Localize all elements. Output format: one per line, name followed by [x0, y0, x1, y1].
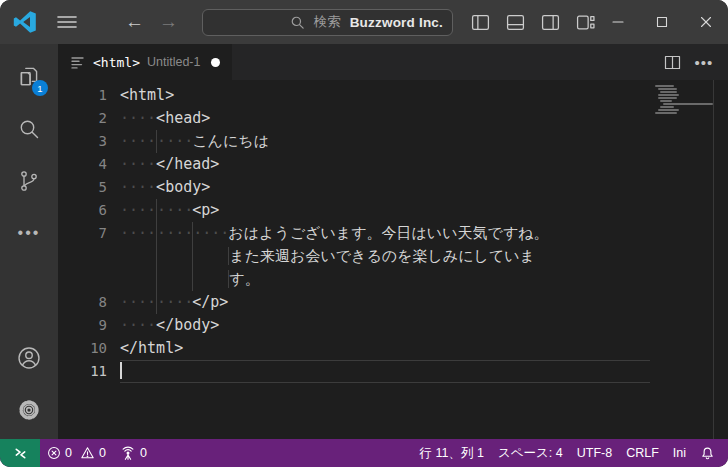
problems-indicator[interactable]: 0 0 [40, 439, 113, 467]
code-line[interactable]: す。 [58, 268, 728, 291]
code-line[interactable]: 2····<head> [58, 107, 728, 130]
whitespace-dots [192, 245, 228, 268]
settings-gear-icon[interactable] [5, 387, 53, 433]
status-bar: 0 0 0 行 11、列 1 スペース: 4 UTF-8 CRLF Ini [0, 439, 728, 467]
notifications-bell[interactable] [693, 439, 722, 467]
forward-arrow-icon[interactable]: → [158, 11, 180, 33]
unsaved-dot-icon[interactable] [211, 58, 220, 67]
more-views-icon[interactable]: ••• [5, 210, 53, 256]
line-number: 7 [58, 222, 120, 245]
editor-more-actions-icon[interactable]: ••• [692, 50, 716, 74]
error-count: 0 [65, 446, 72, 460]
whitespace-dots [192, 268, 228, 291]
source-control-icon[interactable] [5, 158, 53, 204]
line-number: 10 [58, 337, 120, 360]
eol-setting[interactable]: CRLF [619, 439, 666, 467]
whitespace-dots: ···· [120, 222, 156, 245]
whitespace-dots: ···· [156, 130, 192, 153]
search-icon [290, 15, 305, 30]
ports-indicator[interactable]: 0 [113, 439, 154, 467]
layout-controls [469, 11, 596, 33]
line-content: </html> [120, 337, 650, 360]
code-line[interactable]: また来週お会いできるのを楽しみにしていま [58, 245, 728, 268]
line-number: 1 [58, 84, 120, 107]
tab-description: Untitled-1 [147, 55, 201, 69]
command-center-search[interactable]: 検索 Buzzword Inc. [202, 9, 453, 36]
encoding-setting[interactable]: UTF-8 [570, 439, 619, 467]
line-number: 9 [58, 314, 120, 337]
code-text: <head> [156, 109, 210, 127]
code-line[interactable]: 3········こんにちは [58, 130, 728, 153]
toggle-secondary-sidebar-icon[interactable] [539, 11, 561, 33]
whitespace-dots: ···· [120, 291, 156, 314]
line-number: 6 [58, 199, 120, 222]
line-content: す。 [120, 268, 650, 291]
line-number [58, 268, 120, 291]
code-text: <html> [120, 86, 174, 104]
menu-hamburger-icon[interactable] [57, 15, 78, 29]
language-mode[interactable]: Ini [666, 439, 693, 467]
whitespace-dots: ···· [120, 107, 156, 130]
code-text: す。 [228, 270, 259, 288]
text-cursor [120, 362, 122, 379]
vscode-window: ← → 検索 Buzzword Inc. [0, 0, 728, 467]
nav-arrows: ← → [124, 11, 180, 33]
whitespace-dots: ···· [156, 291, 192, 314]
remote-indicator[interactable] [0, 439, 40, 467]
code-text: </body> [156, 316, 219, 334]
window-controls [596, 0, 728, 44]
search-sidebar-icon[interactable] [5, 106, 53, 152]
editor-pane[interactable]: 1<html>2····<head>3········こんにちは4····</h… [58, 80, 728, 439]
line-number: 2 [58, 107, 120, 130]
tab-untitled-1[interactable]: <html> Untitled-1 [58, 44, 232, 80]
customize-layout-icon[interactable] [574, 11, 596, 33]
toggle-primary-sidebar-icon[interactable] [469, 11, 491, 33]
editor-tab-bar: <html> Untitled-1 ••• [58, 44, 728, 80]
code-line[interactable]: 5····<body> [58, 176, 728, 199]
minimize-button[interactable] [596, 0, 640, 44]
line-number: 11 [58, 360, 120, 383]
line-content: ········こんにちは [120, 130, 650, 153]
code-line[interactable]: 9····</body> [58, 314, 728, 337]
cursor-position[interactable]: 行 11、列 1 [413, 439, 491, 467]
code-line[interactable]: 11 [58, 360, 728, 383]
line-number: 5 [58, 176, 120, 199]
code-line[interactable]: 7············おはようございます。今日はいい天気ですね。 [58, 222, 728, 245]
activity-bar: 1 ••• [0, 44, 58, 439]
code-text: こんにちは [192, 132, 269, 150]
whitespace-dots [156, 245, 192, 268]
line-number: 4 [58, 153, 120, 176]
tab-bar-actions: ••• [660, 44, 728, 80]
split-editor-icon[interactable] [660, 50, 684, 74]
whitespace-dots: ···· [120, 176, 156, 199]
code-line[interactable]: 8········</p> [58, 291, 728, 314]
line-content: また来週お会いできるのを楽しみにしていま [120, 245, 650, 268]
window-title: Buzzword Inc. [350, 15, 443, 30]
minimap[interactable] [655, 85, 713, 118]
code-text: <p> [192, 201, 219, 219]
indentation-setting[interactable]: スペース: 4 [491, 439, 570, 467]
code-line[interactable]: 10</html> [58, 337, 728, 360]
toggle-panel-icon[interactable] [504, 11, 526, 33]
back-arrow-icon[interactable]: ← [124, 11, 146, 33]
code-line[interactable]: 4····</head> [58, 153, 728, 176]
line-content: ········</p> [120, 291, 650, 314]
whitespace-dots [120, 245, 156, 268]
line-number [58, 245, 120, 268]
code-line[interactable]: 1<html> [58, 84, 728, 107]
line-number: 3 [58, 130, 120, 153]
code-text: おはようございます。今日はいい天気ですね。 [228, 224, 548, 242]
code-text: また来週お会いできるのを楽しみにしていま [228, 247, 535, 265]
line-content: <html> [120, 84, 650, 107]
explorer-icon[interactable]: 1 [5, 54, 53, 100]
remote-icon [13, 446, 28, 461]
accounts-icon[interactable] [5, 335, 53, 381]
line-content: ····</body> [120, 314, 650, 337]
close-button[interactable] [684, 0, 728, 44]
code-line[interactable]: 6········<p> [58, 199, 728, 222]
vscode-logo-icon [13, 9, 38, 35]
maximize-button[interactable] [640, 0, 684, 44]
warning-icon [80, 446, 95, 460]
line-content: ········<p> [120, 199, 650, 222]
code-text: </head> [156, 155, 219, 173]
